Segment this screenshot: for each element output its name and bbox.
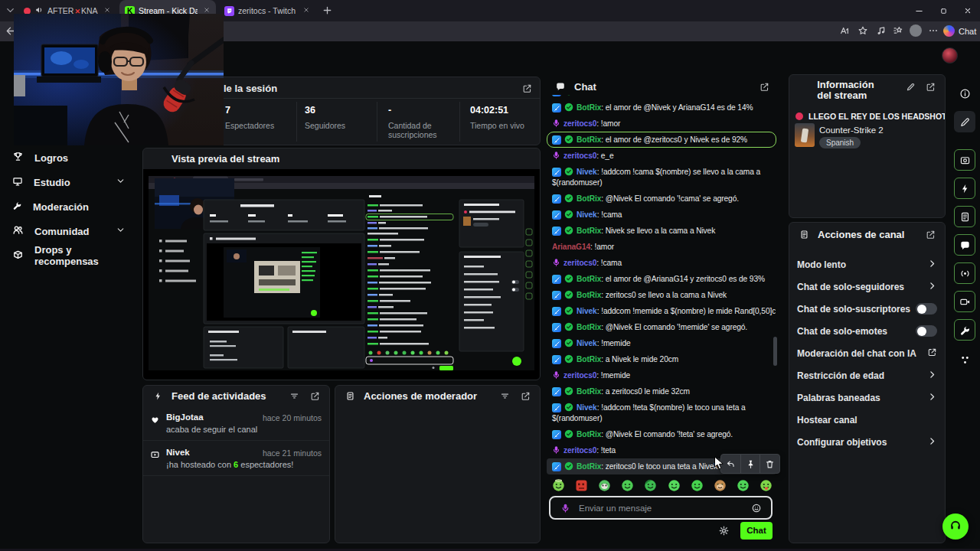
chat-username[interactable]: zeritocs0	[564, 119, 596, 128]
channel-action-palabras-baneadas[interactable]: Palabras baneadas	[789, 386, 945, 409]
expand-icon[interactable]	[520, 81, 534, 95]
edit-pencil-icon[interactable]	[904, 80, 917, 93]
chat-message[interactable]: zeritocs0: e_e	[547, 148, 776, 164]
expand-icon[interactable]	[518, 389, 532, 403]
channel-action-chat-de-solo-seguidores[interactable]: Chat de solo-seguidores	[789, 276, 945, 298]
chat-username[interactable]: BotRix	[577, 194, 601, 203]
rail-nodes-icon[interactable]	[954, 349, 975, 370]
close-button[interactable]	[956, 0, 980, 21]
chat-message[interactable]: zeritocs0: !amor	[547, 116, 776, 132]
chat-username[interactable]: zeritocs0	[564, 371, 596, 380]
user-avatar[interactable]	[942, 47, 958, 64]
channel-action-hostear-canal[interactable]: Hostear canal	[789, 409, 945, 431]
rail-info-icon[interactable]	[954, 83, 975, 104]
chat-username[interactable]: Nivek	[577, 210, 597, 219]
chat-scrollbar-thumb[interactable]	[773, 337, 777, 366]
expand-icon[interactable]	[924, 80, 937, 93]
chat-username[interactable]: BotRix	[577, 430, 601, 439]
chat-message[interactable]: BotRix: @Nivek El comando '!cama' se agr…	[547, 191, 776, 207]
emote-tongue[interactable]	[760, 479, 773, 495]
category-name[interactable]: Counter-Strike 2	[819, 126, 884, 135]
sidebar-item-comunidad[interactable]: Comunidad	[0, 219, 138, 243]
filter-icon[interactable]	[287, 389, 301, 403]
chat-username[interactable]: BotRix	[577, 323, 601, 331]
rail-clip-icon[interactable]	[954, 149, 975, 171]
channel-action-moderaci-n-del-chat-con-ia[interactable]: Moderación del chat con IA	[789, 342, 945, 364]
chat-username[interactable]: zeritocs0	[564, 152, 596, 160]
emote-smile[interactable]	[621, 479, 634, 495]
emote-wink[interactable]	[737, 479, 750, 495]
chat-message[interactable]: BotRix: el amor de @zeritocs0 y Nivek es…	[547, 132, 776, 148]
rail-pencil-icon[interactable]	[954, 111, 975, 132]
chat-message[interactable]: BotRix: a zeritocs0 le mide 32cm	[547, 383, 776, 399]
chat-message[interactable]: BotRix: @Nivek El comando '!memide' se a…	[547, 319, 776, 335]
chat-username[interactable]: Nivek	[577, 307, 597, 315]
chat-message[interactable]: Nivek: !memide	[547, 335, 776, 351]
copilot-chat-button[interactable]: Chat	[943, 25, 976, 37]
chat-username[interactable]: Nivek	[577, 339, 597, 347]
browser-tab-twitch[interactable]: zeritocs - Twitch	[219, 0, 315, 21]
toggle-off[interactable]	[916, 303, 937, 315]
rail-wrench-icon[interactable]	[954, 319, 975, 341]
trash-icon[interactable]	[760, 455, 779, 473]
chat-message[interactable]: BotRix: zeritocs0 se llevo a la cama a N…	[547, 287, 776, 303]
rail-log-icon[interactable]	[954, 206, 975, 227]
rail-bubble-icon[interactable]	[954, 234, 975, 256]
rail-bolt-icon[interactable]	[954, 178, 975, 199]
emote-rage[interactable]	[575, 479, 588, 495]
maximize-button[interactable]	[931, 0, 956, 21]
sidebar-item-drops-y-recompensas[interactable]: Drops y recompensas	[0, 243, 138, 268]
chat-message[interactable]: BotRix: Nivek se llevo a la cama a Nivek	[547, 223, 776, 239]
expand-icon[interactable]	[308, 389, 322, 403]
chat-username[interactable]: Nivek	[577, 403, 597, 412]
emote-clown[interactable]	[598, 479, 611, 495]
chat-username[interactable]: BotRix	[577, 291, 601, 299]
chat-message[interactable]: Nivek: !cama	[547, 207, 776, 223]
chat-message[interactable]: BotRix: el amor de @Nivek y ArianaG14 es…	[547, 99, 776, 116]
collections-star-icon[interactable]	[893, 25, 903, 39]
expand-icon[interactable]	[923, 227, 937, 241]
sidebar-item-logros[interactable]: Logros	[0, 145, 138, 170]
chat-username[interactable]: BotRix	[577, 135, 601, 144]
channel-action-configurar-objetivos[interactable]: Configurar objetivos	[789, 431, 945, 453]
chat-username[interactable]: ArianaG14	[552, 243, 590, 251]
chat-username[interactable]: Nivek	[577, 95, 597, 96]
channel-action-modo-lento[interactable]: Modo lento	[789, 253, 945, 276]
chat-username[interactable]: BotRix	[577, 462, 601, 471]
pin-icon[interactable]	[740, 455, 760, 473]
emote-happy[interactable]	[668, 479, 681, 495]
rail-camera-icon[interactable]	[954, 291, 975, 312]
chat-input[interactable]: Enviar un mensaje	[549, 496, 773, 520]
favorites-star-icon[interactable]	[858, 25, 868, 39]
chat-message[interactable]: zeritocs0: !cama	[547, 255, 776, 271]
rail-broadcast-icon[interactable]	[954, 262, 975, 284]
emote-grin[interactable]	[691, 479, 704, 495]
chat-username[interactable]: zeritocs0	[564, 259, 596, 267]
channel-action-chat-de-solo-suscriptores[interactable]: Chat de solo-suscriptores	[789, 298, 945, 320]
expand-icon[interactable]	[757, 80, 771, 93]
chat-send-button[interactable]: Chat	[740, 522, 773, 540]
chat-username[interactable]: BotRix	[577, 387, 601, 396]
category-thumbnail[interactable]	[795, 123, 815, 147]
chat-username[interactable]: BotRix	[577, 103, 601, 112]
filter-icon[interactable]	[498, 389, 511, 403]
chat-username[interactable]: zeritocs0	[564, 446, 596, 455]
sidebar-item-moderaci-n[interactable]: Moderación	[0, 194, 138, 219]
more-dots-icon[interactable]	[928, 25, 939, 39]
new-tab-button[interactable]	[322, 5, 333, 19]
chat-settings-gear-icon[interactable]	[717, 523, 730, 537]
profile-avatar[interactable]	[910, 24, 922, 37]
mic-icon[interactable]	[558, 501, 572, 515]
tab-close-icon[interactable]	[302, 6, 310, 15]
chat-message[interactable]: BotRix: el amor de @ArianaG14 y zeritocs…	[547, 271, 776, 287]
chat-message[interactable]: BotRix: @Nivek El comando '!teta' se agr…	[547, 426, 776, 442]
emoji-smiley-icon[interactable]	[750, 501, 763, 515]
chat-message[interactable]: Nivek: !addcom !memide a $(nombre) le mi…	[547, 303, 776, 319]
chat-username[interactable]: BotRix	[577, 355, 601, 364]
help-button[interactable]	[942, 514, 969, 540]
chat-message[interactable]: BotRix: a Nivek le mide 20cm	[547, 351, 776, 367]
chat-username[interactable]: Nivek	[577, 168, 597, 176]
feed-item[interactable]: Nivekhace 21 minutos¡ha hosteado con 6 e…	[143, 441, 329, 476]
channel-action-chat-de-solo-emotes[interactable]: Chat de solo-emotes	[789, 320, 945, 342]
sidebar-item-estudio[interactable]: Estudio	[0, 170, 138, 194]
